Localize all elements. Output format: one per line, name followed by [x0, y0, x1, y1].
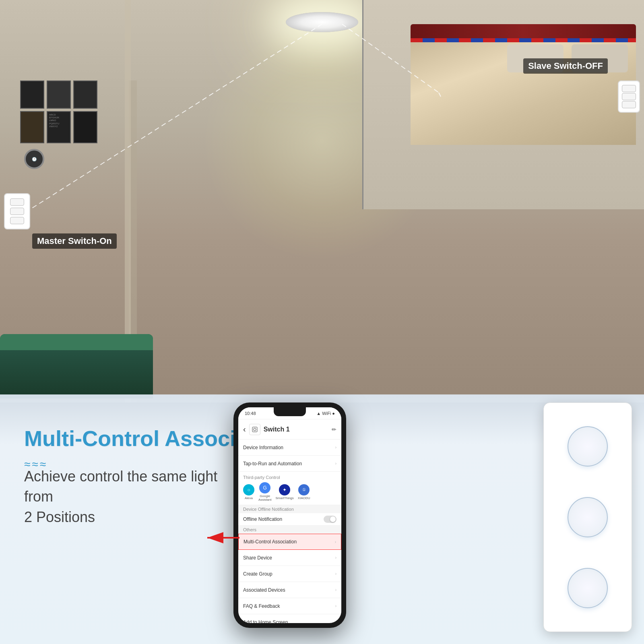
xiaodu-label: XIAODU: [298, 496, 310, 500]
smartthings-label: SmartThings: [275, 496, 293, 500]
master-switch-btn-2[interactable]: [10, 208, 24, 215]
offline-toggle-switch[interactable]: [324, 516, 336, 523]
menu-item-multi-control[interactable]: Multi-Control Association ›: [238, 534, 341, 550]
others-header-label: Others: [243, 527, 256, 532]
chevron-icon: ›: [335, 445, 336, 450]
chevron-add-home: ›: [335, 620, 336, 623]
clock: 🕐: [24, 149, 44, 169]
offline-toggle-row[interactable]: Offline Notification: [238, 513, 341, 526]
menu-label-share-device: Share Device: [243, 555, 335, 561]
menu-label-device-info: Device Information: [243, 445, 335, 450]
chevron-associated-devices: ›: [335, 588, 336, 592]
signal-icons: ▲ WiFi ●: [316, 411, 335, 416]
offline-section-header: Device Offline Notification: [238, 505, 341, 513]
xiaodu-icon-item[interactable]: ① XIAODU: [298, 484, 310, 500]
phone-header[interactable]: ‹ Switch 1 ✏: [238, 419, 341, 440]
red-arrow: [203, 530, 244, 547]
offline-toggle-label: Offline Notification: [243, 516, 282, 522]
slave-switch-btn-1[interactable]: [622, 85, 636, 92]
phone-screen: 10:48 ▲ WiFi ● ‹ Switch 1 ✏: [238, 407, 341, 623]
menu-label-create-group: Create Group: [243, 571, 335, 577]
wall-switch-button-3[interactable]: [568, 568, 608, 608]
alexa-icon: ○: [243, 484, 254, 495]
third-party-section: Third-party Control ○ Alexa G GoogleAssi…: [238, 472, 341, 505]
master-switch-label: Master Switch-On: [32, 233, 117, 249]
master-switch-box: [4, 193, 30, 229]
chevron-share-device: ›: [335, 555, 336, 560]
third-party-icons: ○ Alexa G GoogleAssistant ✦ SmartThings: [243, 482, 336, 502]
edit-button[interactable]: ✏: [332, 426, 336, 433]
third-party-title: Third-party Control: [243, 475, 336, 480]
phone-outer: 10:48 ▲ WiFi ● ‹ Switch 1 ✏: [233, 402, 346, 628]
slave-switch-box: [618, 80, 640, 113]
toggle-knob: [330, 516, 336, 522]
master-switch-btn-3[interactable]: [10, 217, 24, 224]
phone-mockup: 10:48 ▲ WiFi ● ‹ Switch 1 ✏: [233, 402, 346, 628]
time-display: 10:48: [245, 411, 256, 416]
chevron-create-group: ›: [335, 572, 336, 576]
slave-switch-label: Slave Switch-OFF: [523, 58, 608, 74]
wall-switch-button-1[interactable]: [568, 426, 608, 466]
google-label: GoogleAssistant: [258, 494, 271, 502]
menu-item-create-group[interactable]: Create Group ›: [238, 566, 341, 582]
menu-label-faq: FAQ & Feedback: [243, 603, 335, 609]
back-button[interactable]: ‹: [243, 425, 246, 434]
svg-point-6: [254, 428, 256, 431]
menu-item-device-info[interactable]: Device Information ›: [238, 440, 341, 456]
sofa-back: [0, 334, 153, 350]
smartthings-icon: ✦: [279, 484, 290, 495]
google-icon-item[interactable]: G GoogleAssistant: [258, 482, 271, 502]
chevron-icon-2: ›: [335, 461, 336, 466]
wall-switch-panel: [543, 402, 632, 632]
picture-frames: ABCDEFGHIJKLMNOPQRSTUVWXYZ: [20, 80, 97, 143]
master-switch-btn-1[interactable]: [10, 198, 24, 206]
menu-label-associated-devices: Associated Devices: [243, 587, 335, 593]
menu-label-tap-run: Tap-to-Run and Automation: [243, 461, 335, 466]
bottom-section: Multi-Control Association ≈≈≈ Achieve co…: [0, 394, 644, 644]
offline-header-label: Device Offline Notification: [243, 507, 294, 512]
menu-item-faq[interactable]: FAQ & Feedback ›: [238, 598, 341, 614]
wall-switch-button-2[interactable]: [568, 497, 608, 537]
bedroom-area: [362, 0, 644, 209]
device-icon: [249, 424, 260, 435]
google-icon: G: [259, 482, 270, 493]
others-section-header: Others: [238, 526, 341, 534]
menu-item-tap-run[interactable]: Tap-to-Run and Automation ›: [238, 456, 341, 472]
feature-description: Achieve control the same light from2 Pos…: [24, 466, 225, 527]
svg-rect-5: [252, 427, 257, 432]
alexa-label: Alexa: [245, 496, 253, 500]
xiaodu-icon: ①: [298, 484, 310, 495]
menu-item-add-home[interactable]: Add to Home Screen ›: [238, 614, 341, 623]
room-background: ABCDEFGHIJKLMNOPQRSTUVWXYZ 🕐 Master Swit…: [0, 0, 644, 402]
alexa-icon-item[interactable]: ○ Alexa: [243, 484, 254, 500]
menu-label-multi-control: Multi-Control Association: [244, 539, 335, 545]
ceiling-light: [286, 12, 358, 36]
menu-item-share-device[interactable]: Share Device ›: [238, 550, 341, 566]
chevron-faq: ›: [335, 604, 336, 608]
slave-switch-btn-3[interactable]: [622, 101, 636, 108]
device-title: Switch 1: [264, 426, 332, 433]
menu-item-associated-devices[interactable]: Associated Devices ›: [238, 582, 341, 598]
menu-label-add-home: Add to Home Screen: [243, 619, 335, 623]
phone-notch: [274, 407, 306, 416]
chevron-multi-control: ›: [335, 540, 336, 544]
slave-switch-btn-2[interactable]: [622, 93, 636, 100]
smartthings-icon-item[interactable]: ✦ SmartThings: [275, 484, 293, 500]
